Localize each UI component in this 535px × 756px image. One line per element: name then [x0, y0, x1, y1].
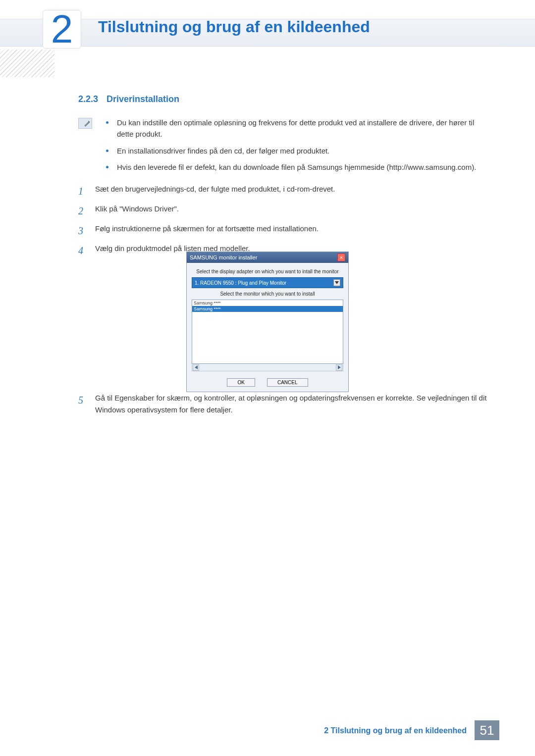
- adapter-label: Select the display adapter on which you …: [192, 269, 343, 274]
- step-item: 3 Følg instruktionerne på skærmen for at…: [78, 223, 487, 239]
- step-number: 5: [78, 392, 87, 416]
- step-number: 4: [78, 243, 87, 258]
- note-bullet: Hvis den leverede fil er defekt, kan du …: [106, 161, 487, 173]
- installer-dialog: SAMSUNG monitor installer × Select the d…: [186, 252, 349, 392]
- horizontal-scrollbar[interactable]: [192, 364, 343, 371]
- dialog-title: SAMSUNG monitor installer: [190, 254, 257, 260]
- dialog-button-row: OK CANCEL: [192, 378, 343, 387]
- dialog-titlebar: SAMSUNG monitor installer ×: [187, 252, 348, 263]
- note-bullet: En installationsdriver findes på den cd,…: [106, 145, 487, 156]
- footer-chapter-title: 2 Tilslutning og brug af en kildeenhed: [324, 726, 467, 735]
- dialog-body: Select the display adapter on which you …: [187, 263, 348, 392]
- combobox-value: 1. RADEON 9550 : Plug and Play Monitor: [195, 280, 286, 286]
- step-number: 1: [78, 183, 87, 199]
- section-title: Driverinstallation: [107, 94, 179, 104]
- close-icon[interactable]: ×: [337, 253, 345, 261]
- monitor-listbox[interactable]: Samsung **** Samsung ****: [192, 300, 343, 364]
- adapter-combobox[interactable]: 1. RADEON 9550 : Plug and Play Monitor: [192, 277, 343, 288]
- step-text: Klik på "Windows Driver".: [95, 203, 179, 219]
- scroll-left-icon[interactable]: [193, 364, 199, 371]
- page-title: Tilslutning og brug af en kildeenhed: [98, 18, 370, 36]
- chapter-number-box: 2: [43, 10, 81, 49]
- step-item: 5 Gå til Egenskaber for skærm, og kontro…: [78, 392, 487, 416]
- chevron-down-icon[interactable]: [333, 279, 340, 286]
- page-number: 51: [475, 720, 499, 740]
- step-text: Sæt den brugervejlednings-cd, der fulgte…: [95, 183, 335, 199]
- cancel-button[interactable]: CANCEL: [267, 378, 308, 387]
- monitor-label: Select the monitor which you want to ins…: [192, 291, 343, 297]
- list-item-selected[interactable]: Samsung ****: [192, 306, 343, 312]
- note-bullet: Du kan indstille den optimale opløsning …: [106, 117, 487, 140]
- scroll-right-icon[interactable]: [336, 364, 342, 371]
- note-bullet-list: Du kan indstille den optimale opløsning …: [106, 117, 487, 178]
- step-text: Gå til Egenskaber for skærm, og kontroll…: [95, 392, 487, 416]
- step-text: Følg instruktionerne på skærmen for at f…: [95, 223, 319, 239]
- section-number: 2.2.3: [78, 94, 98, 104]
- decorative-hatch: [0, 50, 54, 77]
- step-item: 2 Klik på "Windows Driver".: [78, 203, 487, 219]
- ordered-steps: 1 Sæt den brugervejlednings-cd, der fulg…: [78, 183, 487, 262]
- chapter-number: 2: [51, 13, 73, 45]
- step-item: 1 Sæt den brugervejlednings-cd, der fulg…: [78, 183, 487, 199]
- section-heading: 2.2.3 Driverinstallation: [78, 94, 179, 104]
- step-number: 2: [78, 203, 87, 219]
- list-item[interactable]: Samsung ****: [192, 300, 343, 306]
- ok-button[interactable]: OK: [227, 378, 255, 387]
- step-number: 3: [78, 223, 87, 239]
- note-icon: [78, 118, 92, 129]
